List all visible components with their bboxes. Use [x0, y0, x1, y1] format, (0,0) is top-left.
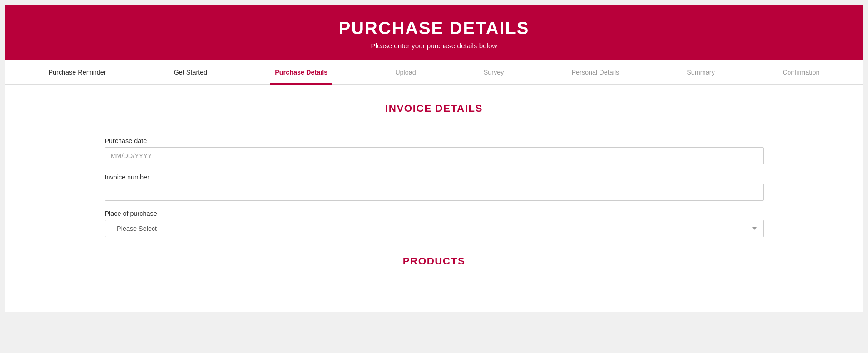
- nav-step-purchase-reminder[interactable]: Purchase Reminder: [44, 60, 110, 84]
- purchase-date-group: Purchase date: [105, 137, 764, 164]
- page-subtitle: Please enter your purchase details below: [15, 42, 853, 50]
- nav-step-confirmation[interactable]: Confirmation: [778, 60, 824, 84]
- place-of-purchase-label: Place of purchase: [105, 210, 764, 217]
- invoice-section-title: INVOICE DETAILS: [33, 103, 835, 114]
- step-navigation: Purchase Reminder Get Started Purchase D…: [5, 60, 863, 85]
- nav-step-survey[interactable]: Survey: [479, 60, 509, 84]
- products-section-title: PRODUCTS: [33, 255, 835, 267]
- purchase-date-label: Purchase date: [105, 137, 764, 144]
- invoice-form: Purchase date Invoice number Place of pu…: [105, 137, 764, 237]
- nav-step-get-started[interactable]: Get Started: [169, 60, 212, 84]
- place-of-purchase-select[interactable]: -- Please Select --: [105, 220, 764, 237]
- nav-step-personal-details[interactable]: Personal Details: [567, 60, 624, 84]
- page-title: PURCHASE DETAILS: [15, 18, 853, 38]
- nav-step-summary[interactable]: Summary: [682, 60, 719, 84]
- main-content: INVOICE DETAILS Purchase date Invoice nu…: [5, 85, 863, 312]
- invoice-number-input[interactable]: [105, 184, 764, 201]
- purchase-date-input[interactable]: [105, 147, 764, 164]
- place-of-purchase-group: Place of purchase -- Please Select --: [105, 210, 764, 237]
- nav-step-upload[interactable]: Upload: [391, 60, 421, 84]
- nav-step-purchase-details[interactable]: Purchase Details: [270, 60, 332, 84]
- invoice-number-label: Invoice number: [105, 174, 764, 181]
- page-wrapper: PURCHASE DETAILS Please enter your purch…: [0, 5, 868, 312]
- invoice-number-group: Invoice number: [105, 174, 764, 201]
- header-banner: PURCHASE DETAILS Please enter your purch…: [5, 5, 863, 60]
